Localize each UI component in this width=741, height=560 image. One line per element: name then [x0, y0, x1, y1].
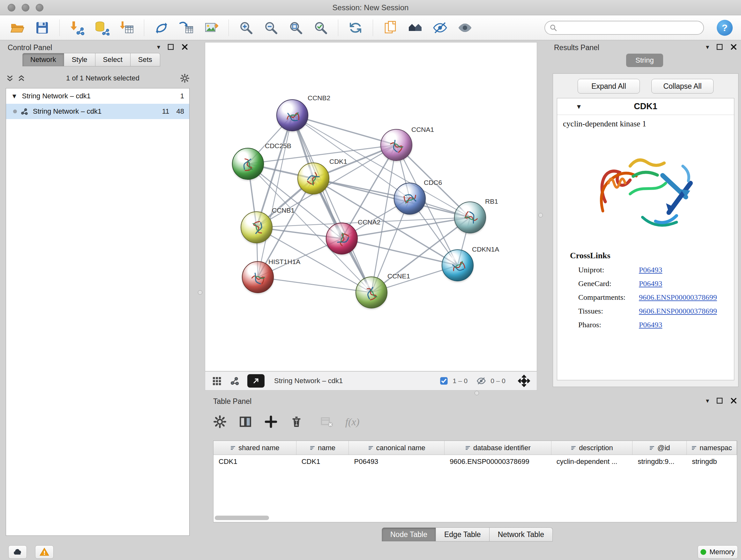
- network-edge[interactable]: [313, 179, 470, 217]
- crosslink-link[interactable]: P06493: [639, 320, 662, 329]
- network-from-table-button[interactable]: [178, 19, 195, 37]
- export-image-button[interactable]: [202, 19, 220, 37]
- table-row[interactable]: CDK1CDK1P064939606.ENSP00000378699cyclin…: [213, 455, 737, 469]
- network-node-CCNB1[interactable]: [241, 211, 273, 243]
- tab-edge-table[interactable]: Edge Table: [436, 527, 489, 542]
- selected-checkbox-icon[interactable]: [440, 376, 448, 385]
- delete-column-icon[interactable]: [290, 415, 303, 428]
- column-header-database-identifier[interactable]: database identifier: [445, 441, 551, 455]
- collapse-entry-icon[interactable]: ▼: [576, 104, 582, 110]
- network-edge[interactable]: [258, 277, 372, 293]
- duplicate-document-button[interactable]: [381, 19, 399, 37]
- table-cell[interactable]: P06493: [349, 455, 445, 469]
- zoom-fit-button[interactable]: [287, 19, 305, 37]
- close-panel-icon[interactable]: [181, 44, 188, 51]
- network-node-CCNA2[interactable]: [326, 223, 358, 254]
- tab-select[interactable]: Select: [95, 53, 131, 66]
- home-panels-button[interactable]: [406, 19, 424, 37]
- network-node-HIST1H1A[interactable]: [242, 261, 274, 293]
- column-header-canonical-name[interactable]: canonical name: [349, 441, 445, 455]
- detach-view-button[interactable]: [247, 374, 265, 388]
- import-network-database-button[interactable]: [93, 19, 111, 37]
- panel-menu-icon[interactable]: ▾: [157, 44, 160, 50]
- memory-button[interactable]: Memory: [697, 545, 738, 559]
- network-node-CDC6[interactable]: [394, 183, 426, 214]
- zoom-in-button[interactable]: [237, 19, 255, 37]
- node-details-header[interactable]: ▼ CDK1: [557, 98, 734, 115]
- network-node-CCNE1[interactable]: [355, 276, 387, 308]
- network-node-CCNB2[interactable]: [276, 99, 308, 131]
- new-network-button[interactable]: [152, 19, 171, 37]
- open-session-button[interactable]: [8, 19, 26, 37]
- table-cell[interactable]: CDK1: [296, 455, 349, 469]
- hidden-eye-icon[interactable]: [476, 376, 486, 386]
- cloud-status-button[interactable]: [8, 545, 27, 559]
- table-cell[interactable]: stringdb: [687, 455, 737, 469]
- tab-sets[interactable]: Sets: [131, 53, 160, 66]
- collection-expand-icon[interactable]: ▼: [11, 93, 17, 99]
- column-header-description[interactable]: description: [551, 441, 633, 455]
- network-options-gear-icon[interactable]: [180, 73, 190, 83]
- crosslink-link[interactable]: P06493: [639, 266, 662, 274]
- crosslink-link[interactable]: P06493: [639, 279, 662, 288]
- table-cell[interactable]: cyclin-dependent ...: [551, 455, 633, 469]
- network-edge[interactable]: [292, 115, 372, 293]
- table-cell[interactable]: CDK1: [213, 455, 296, 469]
- panel-menu-icon[interactable]: ▾: [706, 397, 709, 404]
- network-canvas[interactable]: CCNB2CCNA1CDC25BCDK1CDC6RB1CCNB1CCNA2CDK…: [205, 42, 537, 371]
- right-splitter-handle[interactable]: [538, 213, 543, 217]
- import-table-file-button[interactable]: [118, 19, 136, 37]
- network-node-CDK1[interactable]: [297, 163, 329, 194]
- birdseye-view-icon[interactable]: [229, 376, 240, 386]
- column-header--id[interactable]: @id: [632, 441, 687, 455]
- tab-network-table[interactable]: Network Table: [489, 527, 553, 542]
- panel-menu-icon[interactable]: ▾: [706, 44, 709, 50]
- column-header-namespac[interactable]: namespac: [687, 441, 737, 455]
- collapse-all-button[interactable]: Collapse All: [651, 79, 714, 94]
- table-options-gear-icon[interactable]: [213, 415, 226, 428]
- network-node-RB1[interactable]: [454, 201, 486, 233]
- close-panel-icon[interactable]: [730, 44, 737, 51]
- collapse-all-networks-icon[interactable]: [17, 74, 25, 82]
- network-edge[interactable]: [258, 115, 292, 277]
- table-horizontal-scrollbar[interactable]: [215, 516, 269, 520]
- zoom-selected-button[interactable]: [312, 19, 330, 37]
- add-column-icon[interactable]: [264, 415, 278, 428]
- network-node-CCNA1[interactable]: [381, 129, 412, 161]
- close-window-button[interactable]: [8, 4, 15, 11]
- zoom-out-button[interactable]: [262, 19, 280, 37]
- expand-all-networks-icon[interactable]: [6, 74, 14, 82]
- float-panel-icon[interactable]: [167, 44, 174, 51]
- table-cell[interactable]: stringdb:9...: [632, 455, 687, 469]
- network-node-CDC25B[interactable]: [232, 148, 264, 180]
- annotation-visibility-button[interactable]: [431, 19, 449, 37]
- bottom-splitter-handle[interactable]: [475, 391, 479, 395]
- network-row-selected[interactable]: String Network – cdk1 11 48: [6, 104, 189, 119]
- left-splitter-handle[interactable]: [198, 290, 202, 295]
- save-session-button[interactable]: [33, 19, 51, 37]
- import-network-file-button[interactable]: [68, 19, 86, 37]
- crosslink-link[interactable]: 9606.ENSP00000378699: [639, 293, 717, 302]
- float-panel-icon[interactable]: [716, 44, 723, 51]
- minimize-window-button[interactable]: [22, 4, 29, 11]
- network-edge[interactable]: [342, 239, 458, 265]
- crosslink-link[interactable]: 9606.ENSP00000378699: [639, 307, 717, 315]
- tab-network[interactable]: Network: [22, 53, 64, 66]
- tab-string[interactable]: String: [626, 54, 663, 67]
- search-input[interactable]: [544, 21, 704, 35]
- expand-all-button[interactable]: Expand All: [578, 79, 640, 94]
- warnings-button[interactable]: [35, 545, 54, 559]
- float-panel-icon[interactable]: [716, 397, 723, 404]
- show-columns-icon[interactable]: [239, 415, 252, 428]
- eye-button[interactable]: [456, 19, 474, 37]
- pan-crosshair-icon[interactable]: [518, 374, 530, 387]
- network-node-CDKN1A[interactable]: [442, 249, 474, 281]
- help-button[interactable]: ?: [717, 20, 733, 36]
- tab-node-table[interactable]: Node Table: [382, 527, 436, 542]
- column-header-shared-name[interactable]: shared name: [213, 441, 296, 455]
- grid-view-icon[interactable]: [212, 376, 222, 386]
- tab-style[interactable]: Style: [64, 53, 95, 66]
- column-header-name[interactable]: name: [296, 441, 349, 455]
- refresh-layout-button[interactable]: [347, 19, 364, 37]
- table-cell[interactable]: 9606.ENSP00000378699: [445, 455, 551, 469]
